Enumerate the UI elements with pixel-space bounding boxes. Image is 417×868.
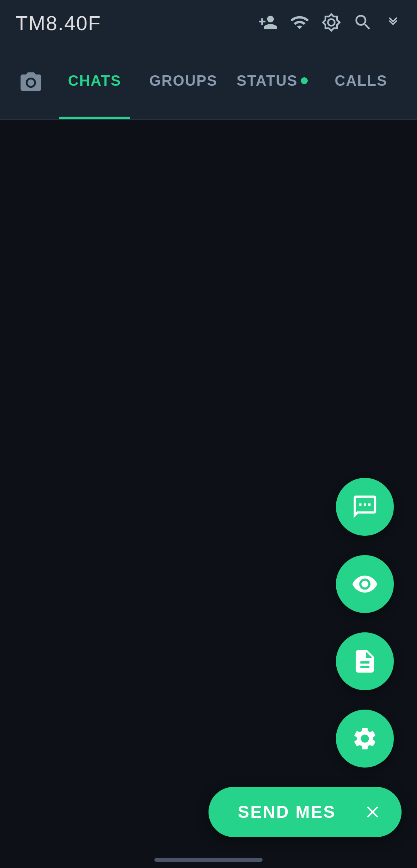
- wifi-icon: [290, 12, 310, 34]
- settings-icon: [351, 725, 378, 752]
- tab-status[interactable]: STATUS: [228, 46, 317, 119]
- status-dot: [301, 77, 308, 84]
- tab-calls-label: CALLS: [335, 73, 388, 89]
- close-icon[interactable]: [359, 798, 386, 826]
- document-icon: [351, 648, 378, 675]
- header: CHATS GROUPS STATUS CALLS: [0, 46, 417, 120]
- main-content: SEND MES: [0, 120, 417, 868]
- add-person-icon: [258, 12, 278, 34]
- home-indicator: [154, 858, 263, 862]
- overflow-icon[interactable]: [385, 14, 402, 32]
- tab-calls[interactable]: CALLS: [317, 46, 405, 119]
- send-message-label: SEND MES: [224, 802, 350, 822]
- fab-message-button[interactable]: [336, 478, 394, 536]
- camera-tab[interactable]: [12, 70, 50, 95]
- eye-icon: [351, 571, 378, 598]
- fab-settings-button[interactable]: [336, 710, 394, 768]
- tab-status-label: STATUS: [237, 73, 298, 89]
- status-bar-left: TM8.40F: [15, 12, 101, 35]
- status-bar: TM8.40F: [0, 0, 417, 46]
- tab-chats-label: CHATS: [68, 73, 121, 89]
- tab-groups[interactable]: GROUPS: [139, 46, 228, 119]
- brightness-icon: [321, 12, 341, 34]
- fab-eye-button[interactable]: [336, 555, 394, 613]
- fab-document-button[interactable]: [336, 632, 394, 690]
- tab-chats[interactable]: CHATS: [50, 46, 139, 119]
- status-time: TM8.40F: [15, 12, 101, 35]
- send-message-button[interactable]: SEND MES: [208, 787, 402, 837]
- tabs: CHATS GROUPS STATUS CALLS: [50, 46, 405, 119]
- tab-groups-label: GROUPS: [149, 73, 218, 89]
- message-icon: [351, 493, 378, 520]
- fab-container: [336, 478, 394, 768]
- status-icons: [258, 12, 402, 34]
- search-icon[interactable]: [353, 12, 373, 34]
